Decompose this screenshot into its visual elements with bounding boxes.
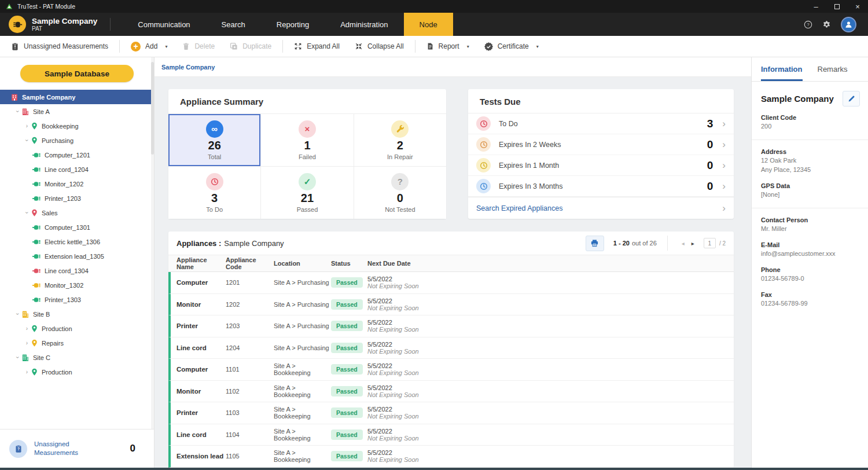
tab-information[interactable]: Information	[761, 57, 803, 81]
page-total: / 2	[719, 240, 726, 247]
user-avatar[interactable]	[841, 17, 856, 32]
unassigned-measurements-footer[interactable]: ? Unassigned Measurements 0	[0, 429, 154, 468]
table-body: Computer1201Site A > PurchasingPassed5/5…	[168, 272, 734, 468]
unassigned-measurements-button[interactable]: Unassigned Measurements	[3, 36, 116, 57]
close-button[interactable]: ×	[847, 0, 868, 13]
column-header-appliance-code[interactable]: Appliance Code	[226, 256, 274, 270]
certificate-button[interactable]: Certificate▾	[477, 36, 546, 57]
unassigned-measurements-count: 0	[130, 443, 135, 454]
tree-item-production[interactable]: ›Production	[0, 321, 154, 336]
breadcrumb[interactable]: Sample Company	[161, 64, 215, 71]
table-row[interactable]: Computer1101Site A > BookkeepingPassed5/…	[168, 359, 734, 381]
nav-item-search[interactable]: Search	[206, 13, 261, 36]
tree-item-sales[interactable]: ›Sales	[0, 205, 154, 220]
brand-module: PAT	[32, 25, 97, 32]
summary-cell-total[interactable]: ∞26Total	[168, 114, 260, 166]
tree-item-repairs[interactable]: ›Repairs	[0, 336, 154, 350]
summary-cell-in-repair[interactable]: 2In Repair	[354, 114, 446, 166]
tree-item-printer-1203[interactable]: Printer_1203	[0, 191, 154, 205]
summary-cell-not-tested[interactable]: ?0Not Tested	[354, 167, 446, 219]
nav-item-reporting[interactable]: Reporting	[261, 13, 325, 36]
table-row[interactable]: Printer1203Site A > PurchasingPassed5/5/…	[168, 315, 734, 337]
gear-icon[interactable]	[822, 20, 831, 29]
expander-right-icon[interactable]: ›	[23, 325, 31, 332]
report-button[interactable]: Report▾	[419, 36, 477, 57]
minimize-button[interactable]: –	[806, 0, 826, 13]
table-row[interactable]: Monitor1202Site A > PurchasingPassed5/5/…	[168, 294, 734, 316]
tree-item-label: Line cord_1204	[45, 166, 89, 173]
tree-item-label: Site A	[33, 108, 50, 115]
table-row[interactable]: Printer1103Site A > BookkeepingPassed5/5…	[168, 402, 734, 424]
search-expired-appliances-link[interactable]: Search Expired Appliances	[476, 204, 562, 212]
add-button[interactable]: +Add▾	[123, 36, 175, 57]
appliances-title-value: Sample Company	[224, 239, 284, 248]
tree-item-electric-kettle-1306[interactable]: Electric kettle_1306	[0, 234, 154, 249]
tree-item-monitor-1202[interactable]: Monitor_1202	[0, 177, 154, 191]
due-date: 5/5/2022	[367, 384, 734, 391]
column-header-next-due-date[interactable]: Next Due Date	[367, 260, 734, 267]
summary-cell-passed[interactable]: ✓21Passed	[261, 167, 353, 219]
table-row[interactable]: Extension lead1105Site A > BookkeepingPa…	[168, 446, 734, 468]
sidebar-scrollbar[interactable]	[151, 57, 154, 429]
tree-item-line-cord-1204[interactable]: Line cord_1204	[0, 162, 154, 177]
summary-cell-failed[interactable]: ×1Failed	[261, 114, 353, 166]
column-header-status[interactable]: Status	[331, 260, 367, 267]
expander-down-icon[interactable]: ›	[14, 310, 21, 318]
tests-due-row-expires-in-3-months[interactable]: Expires In 3 Months0›	[468, 176, 734, 197]
field-value: info@samplecustomer.xxx	[761, 249, 859, 259]
expander-down-icon[interactable]: ›	[14, 108, 21, 115]
tree-item-production[interactable]: ›Production	[0, 365, 154, 379]
tree-item-site-c[interactable]: ›Site C	[0, 350, 154, 365]
search-expired-appliances-row[interactable]: Search Expired Appliances ›	[468, 197, 734, 219]
table-row[interactable]: Line cord1204Site A > PurchasingPassed5/…	[168, 337, 734, 359]
cell-appliance-name: Monitor	[176, 388, 226, 395]
tree-item-site-a[interactable]: ›Site A	[0, 104, 154, 119]
tree-item-computer-1201[interactable]: Computer_1201	[0, 148, 154, 162]
table-row[interactable]: Monitor1102Site A > BookkeepingPassed5/5…	[168, 381, 734, 403]
prev-page-arrow-icon[interactable]: ◂	[682, 240, 685, 247]
tab-remarks[interactable]: Remarks	[818, 57, 848, 81]
collapse-all-button[interactable]: Collapse All	[347, 36, 411, 57]
tree-item-label: Production	[42, 369, 72, 376]
panel-fields: Client Code200Address12 Oak ParkAny Plac…	[752, 114, 868, 309]
cell-appliance-name: Computer	[176, 279, 226, 286]
column-header-appliance-name[interactable]: Appliance Name	[176, 256, 226, 270]
maximize-button[interactable]	[826, 0, 847, 13]
table-row[interactable]: Line cord1104Site A > BookkeepingPassed5…	[168, 424, 734, 446]
tree-item-bookkeeping[interactable]: ›Bookkeeping	[0, 119, 154, 133]
tree-item-printer-1303[interactable]: Printer_1303	[0, 292, 154, 307]
tests-due-row-expires-in-2-weeks[interactable]: Expires In 2 Weeks0›	[468, 134, 734, 155]
summary-cell-to-do[interactable]: 3To Do	[168, 167, 260, 219]
nav-item-node[interactable]: Node	[404, 13, 453, 36]
building-icon	[21, 310, 30, 318]
expander-down-icon[interactable]: ›	[14, 354, 21, 361]
expander-down-icon[interactable]: ›	[24, 209, 30, 216]
tests-due-row-to-do[interactable]: To Do3›	[468, 113, 734, 134]
tree-item-line-cord-1304[interactable]: Line cord_1304	[0, 263, 154, 278]
tree-item-monitor-1302[interactable]: Monitor_1302	[0, 278, 154, 292]
nav-item-communication[interactable]: Communication	[122, 13, 205, 36]
expander-right-icon[interactable]: ›	[23, 123, 31, 129]
page-number-box[interactable]: 1	[704, 238, 716, 248]
sample-database-button[interactable]: Sample Database	[20, 65, 134, 82]
table-row[interactable]: Computer1201Site A > PurchasingPassed5/5…	[168, 272, 734, 294]
tree-item-sample-company[interactable]: Sample Company	[0, 90, 154, 104]
column-header-location[interactable]: Location	[274, 260, 331, 267]
tree-item-computer-1301[interactable]: Computer_1301	[0, 220, 154, 234]
field-label: Contact Person	[761, 216, 859, 223]
expander-right-icon[interactable]: ›	[23, 340, 31, 346]
tree-item-site-b[interactable]: ›Site B	[0, 307, 154, 321]
expander-right-icon[interactable]: ›	[23, 369, 31, 375]
tree-item-purchasing[interactable]: ›Purchasing	[0, 133, 154, 148]
edit-button[interactable]	[843, 91, 860, 107]
question-icon: ?	[391, 173, 409, 190]
help-icon[interactable]: ?	[804, 20, 812, 29]
tests-due-row-expires-in-1-month[interactable]: Expires In 1 Month0›	[468, 155, 734, 176]
next-page-arrow-icon[interactable]: ▸	[692, 240, 694, 247]
expander-down-icon[interactable]: ›	[24, 137, 30, 144]
nav-item-administration[interactable]: Administration	[325, 13, 403, 36]
expand-all-button[interactable]: Expand All	[286, 36, 347, 57]
print-button[interactable]	[586, 236, 604, 251]
tree-item-extension-lead-1305[interactable]: Extension lead_1305	[0, 249, 154, 263]
building-icon	[21, 108, 30, 116]
